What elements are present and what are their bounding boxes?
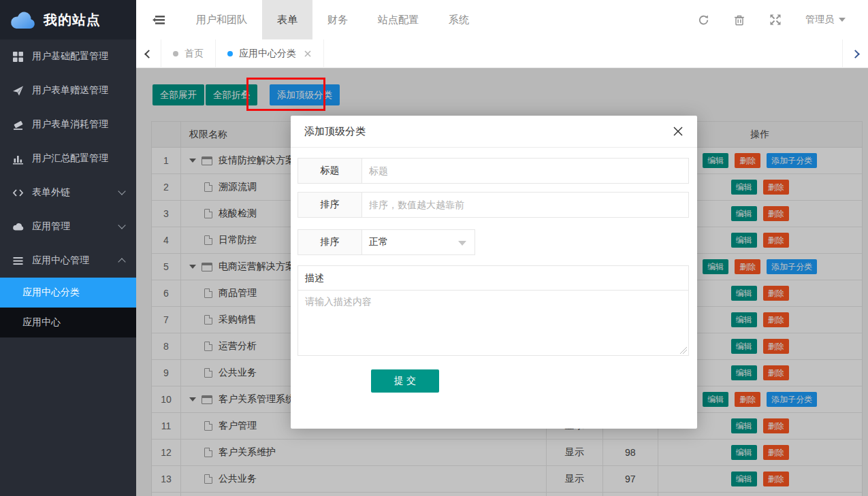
sort-input[interactable]	[361, 192, 689, 218]
admin-dropdown[interactable]: 管理员	[805, 14, 846, 26]
tab-app-center-category[interactable]: 应用中心分类	[216, 39, 324, 68]
logo: 我的站点	[0, 0, 136, 39]
form-row-title: 标题	[298, 158, 689, 184]
title-input[interactable]	[361, 158, 689, 184]
sidebar-item-label: 用户汇总配置管理	[32, 152, 108, 165]
modal-close-icon[interactable]	[673, 126, 684, 137]
description-area-wrap	[298, 291, 688, 355]
tabs: 首页 应用中心分类	[161, 39, 324, 68]
header-right: 管理员	[697, 0, 868, 39]
sidebar-item-user-form-gift[interactable]: 用户表单赠送管理	[0, 73, 136, 108]
top-nav: 用户和团队 表单 财务 站点配置 系统	[136, 0, 484, 39]
title-field-label: 标题	[298, 158, 362, 184]
sidebar-item-user-base-config[interactable]: 用户基础配置管理	[0, 39, 136, 73]
nav-item-users-teams[interactable]: 用户和团队	[181, 0, 262, 39]
modal-title: 添加顶级分类	[304, 125, 366, 138]
modal-title-bar: 添加顶级分类	[291, 116, 697, 148]
sidebar-item-user-form-consume[interactable]: 用户表单消耗管理	[0, 108, 136, 142]
description-textarea[interactable]	[298, 291, 688, 355]
tab-dot	[227, 51, 233, 56]
sidebar-item-app-center-category[interactable]: 应用中心分类	[0, 278, 136, 308]
modal-body: 标题 排序 排序 正常 描述 提 交	[291, 148, 697, 393]
tabs-scroll-left-icon[interactable]	[136, 39, 161, 68]
submenu-item-label: 应用中心分类	[22, 286, 80, 299]
caret-down-icon	[839, 18, 846, 22]
tabbar: 首页 应用中心分类	[136, 39, 868, 68]
chevron-up-icon	[118, 258, 125, 265]
collapse-menu-icon[interactable]	[136, 0, 181, 39]
trash-icon[interactable]	[733, 14, 745, 26]
page-root: { "header": { "site_name": "我的站点", "nav"…	[0, 0, 868, 496]
refresh-icon[interactable]	[697, 14, 709, 26]
tab-label: 首页	[184, 48, 204, 60]
tab-dot	[173, 51, 178, 56]
admin-label: 管理员	[805, 14, 834, 26]
form-row-sort: 排序	[298, 192, 689, 218]
sidebar-item-label: 表单外链	[32, 186, 70, 199]
sort-field-label: 排序	[298, 192, 362, 218]
cloud-icon	[12, 221, 24, 233]
sidebar-item-app-management[interactable]: 应用管理	[0, 210, 136, 244]
sidebar-item-label: 用户基础配置管理	[32, 50, 108, 63]
eraser-icon	[12, 119, 24, 131]
list-icon	[12, 255, 24, 267]
chevron-down-icon	[118, 221, 125, 229]
nav-item-finance[interactable]: 财务	[312, 0, 363, 39]
submit-button[interactable]: 提 交	[371, 369, 439, 393]
fullscreen-icon[interactable]	[769, 14, 782, 26]
tabs-scroll-right-icon[interactable]	[842, 39, 868, 68]
bar-chart-icon	[12, 153, 24, 165]
submenu-item-label: 应用中心	[22, 316, 61, 329]
nav-item-forms[interactable]: 表单	[262, 0, 312, 39]
status-select-value: 正常	[369, 236, 388, 248]
dashboard-icon	[12, 51, 24, 63]
chevron-down-icon	[118, 187, 125, 195]
site-title: 我的站点	[44, 11, 101, 29]
select-caret-down-icon	[458, 241, 466, 246]
sidebar-item-label: 用户表单赠送管理	[32, 84, 108, 97]
tab-close-icon[interactable]	[304, 50, 312, 58]
tab-home[interactable]: 首页	[161, 39, 216, 68]
cloud-logo-icon	[10, 11, 35, 29]
sidebar-item-label: 应用管理	[32, 220, 70, 233]
sidebar-item-form-external-link[interactable]: 表单外链	[0, 176, 136, 210]
app-header: 我的站点 用户和团队 表单 财务 站点配置 系统	[0, 0, 868, 39]
sidebar-item-user-summary-config[interactable]: 用户汇总配置管理	[0, 142, 136, 176]
status-select[interactable]: 正常	[361, 229, 475, 255]
sidebar-item-app-center[interactable]: 应用中心	[0, 308, 136, 337]
add-top-category-modal: 添加顶级分类 标题 排序 排序 正常 描述	[291, 116, 697, 429]
sidebar-item-app-center-management[interactable]: 应用中心管理	[0, 244, 136, 278]
code-icon	[12, 187, 24, 199]
sidebar-submenu: 应用中心分类 应用中心	[0, 278, 136, 337]
nav-item-system[interactable]: 系统	[434, 0, 484, 39]
description-box: 描述	[298, 265, 689, 356]
sidebar-item-label: 用户表单消耗管理	[32, 118, 108, 131]
sidebar: 用户基础配置管理 用户表单赠送管理 用户表单消耗管理 用户汇总配置管理	[0, 39, 136, 496]
description-label: 描述	[298, 266, 688, 291]
form-row-status: 排序 正常	[298, 229, 689, 255]
status-field-label: 排序	[298, 229, 362, 255]
send-icon	[12, 85, 24, 97]
nav-item-site-config[interactable]: 站点配置	[363, 0, 434, 39]
sidebar-item-label: 应用中心管理	[32, 254, 89, 267]
tab-label: 应用中心分类	[239, 48, 296, 60]
